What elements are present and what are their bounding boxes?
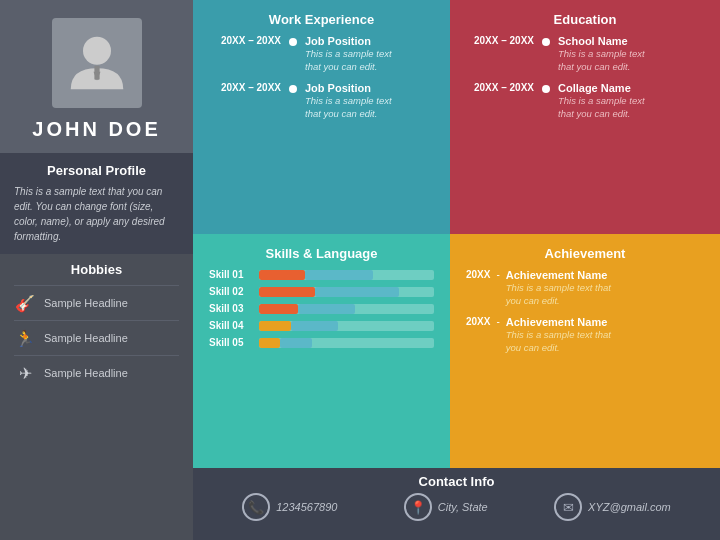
skill-bar-fill-teal-2 <box>315 287 399 297</box>
hobby-icon-1: 🎸 <box>14 292 36 314</box>
profile-text: This is a sample text that you can edit.… <box>14 184 179 244</box>
skill-row-5: Skill 05 <box>209 337 434 348</box>
skill-bar-fill-orange-5 <box>259 338 280 348</box>
edu-desc-1: This is a sample textthat you can edit. <box>558 47 645 74</box>
profile-title: Personal Profile <box>14 163 179 178</box>
exp-content-1: Job Position This is a sample textthat y… <box>305 35 392 74</box>
avatar-icon <box>62 28 132 98</box>
skill-bar-fill-teal-1 <box>305 270 373 280</box>
exp-dot-2 <box>289 85 297 93</box>
edu-item-1: 20XX – 20XX School Name This is a sample… <box>466 35 704 74</box>
skill-row-4: Skill 04 <box>209 320 434 331</box>
skill-bar-bg-5 <box>259 338 434 348</box>
skill-label-1: Skill 01 <box>209 269 251 280</box>
skill-bar-fill-teal-5 <box>280 338 312 348</box>
skill-label-4: Skill 04 <box>209 320 251 331</box>
hobby-icon-3: ✈ <box>14 362 36 384</box>
contact-title: Contact Info <box>209 474 704 489</box>
contact-location: 📍 City, State <box>404 493 488 521</box>
profile-section: Personal Profile This is a sample text t… <box>0 153 193 254</box>
ach-desc-2: This is a sample text thatyou can edit. <box>506 328 611 355</box>
ach-dash-1: - <box>496 269 499 308</box>
edu-school-1: School Name <box>558 35 645 47</box>
exp-job-title-1: Job Position <box>305 35 392 47</box>
email-icon: ✉ <box>554 493 582 521</box>
skill-bar-fill-orange-2 <box>259 287 315 297</box>
contact-email: ✉ XYZ@gmail.com <box>554 493 671 521</box>
work-experience-section: Work Experience 20XX – 20XX Job Position… <box>193 0 450 234</box>
hobby-item-1: 🎸 Sample Headline <box>14 285 179 320</box>
skill-row-2: Skill 02 <box>209 286 434 297</box>
ach-name-2: Achievement Name <box>506 316 611 328</box>
exp-desc-1: This is a sample textthat you can edit. <box>305 47 392 74</box>
education-title: Education <box>466 12 704 27</box>
skill-bar-fill-orange-3 <box>259 304 298 314</box>
edu-date-2: 20XX – 20XX <box>466 82 534 93</box>
avatar <box>52 18 142 108</box>
edu-school-2: Collage Name <box>558 82 645 94</box>
middle-row: Skills & Language Skill 01Skill 02Skill … <box>193 234 720 468</box>
exp-desc-2: This is a sample textthat you can edit. <box>305 94 392 121</box>
skill-bar-fill-teal-4 <box>291 321 338 331</box>
ach-name-1: Achievement Name <box>506 269 611 281</box>
skill-bar-bg-4 <box>259 321 434 331</box>
ach-item-2: 20XX - Achievement Name This is a sample… <box>466 316 704 355</box>
edu-content-1: School Name This is a sample textthat yo… <box>558 35 645 74</box>
skill-bar-fill-teal-3 <box>298 304 356 314</box>
contact-items: 📞 1234567890 📍 City, State ✉ XYZ@gmail.c… <box>209 493 704 521</box>
ach-content-1: Achievement Name This is a sample text t… <box>506 269 611 308</box>
email-text: XYZ@gmail.com <box>588 501 671 513</box>
work-experience-title: Work Experience <box>209 12 434 27</box>
achievement-section: Achievement 20XX - Achievement Name This… <box>450 234 720 468</box>
exp-date-2: 20XX – 20XX <box>209 82 281 93</box>
phone-icon: 📞 <box>242 493 270 521</box>
ach-items: 20XX - Achievement Name This is a sample… <box>466 269 704 354</box>
svg-point-0 <box>83 37 111 65</box>
exp-items: 20XX – 20XX Job Position This is a sampl… <box>209 35 434 120</box>
person-name: JOHN DOE <box>32 118 160 141</box>
skills-section: Skills & Language Skill 01Skill 02Skill … <box>193 234 450 468</box>
exp-item-2: 20XX – 20XX Job Position This is a sampl… <box>209 82 434 121</box>
ach-year-1: 20XX <box>466 269 490 308</box>
hobbies-title: Hobbies <box>14 262 179 277</box>
ach-year-2: 20XX <box>466 316 490 355</box>
exp-job-title-2: Job Position <box>305 82 392 94</box>
hobby-label-1: Sample Headline <box>44 297 128 309</box>
edu-date-1: 20XX – 20XX <box>466 35 534 46</box>
sidebar: JOHN DOE Personal Profile This is a samp… <box>0 0 193 540</box>
edu-dot-2 <box>542 85 550 93</box>
location-text: City, State <box>438 501 488 513</box>
edu-dot-1 <box>542 38 550 46</box>
skill-bar-bg-2 <box>259 287 434 297</box>
contact-phone: 📞 1234567890 <box>242 493 337 521</box>
edu-items: 20XX – 20XX School Name This is a sample… <box>466 35 704 120</box>
exp-dot-1 <box>289 38 297 46</box>
main-content: Work Experience 20XX – 20XX Job Position… <box>193 0 720 540</box>
edu-item-2: 20XX – 20XX Collage Name This is a sampl… <box>466 82 704 121</box>
hobby-label-2: Sample Headline <box>44 332 128 344</box>
ach-desc-1: This is a sample text thatyou can edit. <box>506 281 611 308</box>
contact-section: Contact Info 📞 1234567890 📍 City, State … <box>193 468 720 540</box>
exp-item-1: 20XX – 20XX Job Position This is a sampl… <box>209 35 434 74</box>
skills-title: Skills & Language <box>209 246 434 261</box>
top-row: Work Experience 20XX – 20XX Job Position… <box>193 0 720 234</box>
skill-label-3: Skill 03 <box>209 303 251 314</box>
hobby-label-3: Sample Headline <box>44 367 128 379</box>
achievement-title: Achievement <box>466 246 704 261</box>
skill-rows: Skill 01Skill 02Skill 03Skill 04Skill 05 <box>209 269 434 348</box>
hobby-item-3: ✈ Sample Headline <box>14 355 179 390</box>
skill-bar-bg-3 <box>259 304 434 314</box>
ach-dash-2: - <box>496 316 499 355</box>
hobby-icon-2: 🏃 <box>14 327 36 349</box>
edu-desc-2: This is a sample textthat you can edit. <box>558 94 645 121</box>
skill-label-2: Skill 02 <box>209 286 251 297</box>
education-section: Education 20XX – 20XX School Name This i… <box>450 0 720 234</box>
ach-item-1: 20XX - Achievement Name This is a sample… <box>466 269 704 308</box>
skill-row-1: Skill 01 <box>209 269 434 280</box>
location-icon: 📍 <box>404 493 432 521</box>
skill-row-3: Skill 03 <box>209 303 434 314</box>
skill-bar-bg-1 <box>259 270 434 280</box>
phone-text: 1234567890 <box>276 501 337 513</box>
skill-label-5: Skill 05 <box>209 337 251 348</box>
skill-bar-fill-orange-1 <box>259 270 305 280</box>
